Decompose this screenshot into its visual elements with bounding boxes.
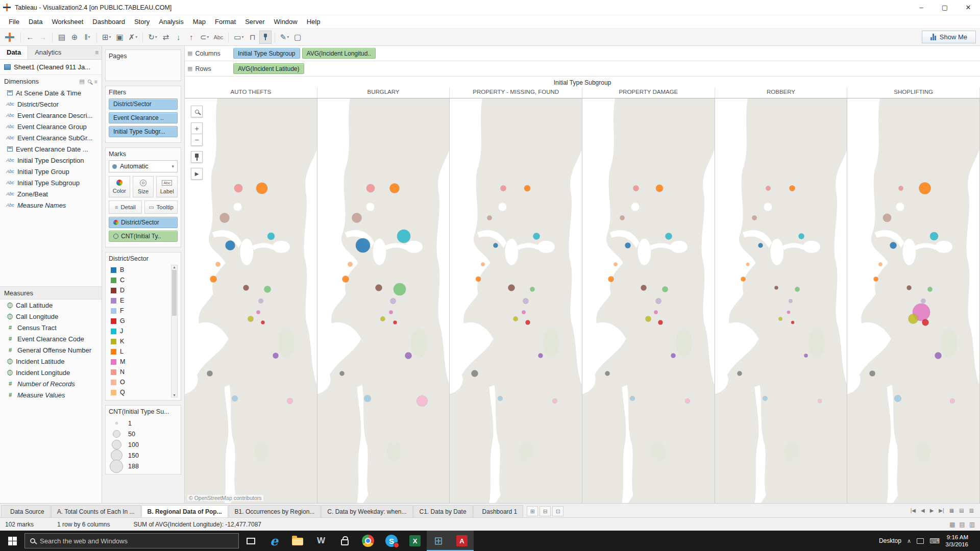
tab-data[interactable]: Data xyxy=(0,46,28,59)
taskbar-search[interactable] xyxy=(24,533,239,548)
close-button[interactable]: ✕ xyxy=(957,0,980,15)
dimension-field[interactable]: Zone/Beat xyxy=(0,188,102,199)
shelf-pill[interactable]: AVG(Incident Longitud.. xyxy=(302,48,376,59)
acrobat-icon[interactable]: A xyxy=(450,531,474,551)
menu-item[interactable]: Map xyxy=(188,16,210,28)
map-mark[interactable] xyxy=(883,214,891,222)
map-mark[interactable] xyxy=(375,285,382,291)
map-mark[interactable] xyxy=(493,243,498,247)
map-mark[interactable] xyxy=(273,353,278,359)
map-mark[interactable] xyxy=(921,298,926,303)
menu-item[interactable]: Analysis xyxy=(154,16,188,28)
pin-icon[interactable] xyxy=(259,31,272,44)
measure-field[interactable]: Call Longitude xyxy=(0,311,102,322)
file-explorer-icon[interactable] xyxy=(286,531,309,551)
map-mark[interactable] xyxy=(522,310,525,314)
map-mark[interactable] xyxy=(741,277,746,282)
sort-descending-icon[interactable]: ↑ xyxy=(185,31,198,44)
map-mark[interactable] xyxy=(215,262,220,267)
tooltip-button[interactable]: ▭ Tooltip xyxy=(144,201,178,214)
fit-dropdown[interactable]: ▭▾ xyxy=(232,31,246,44)
map-search-button[interactable] xyxy=(191,106,203,117)
sheet-tab[interactable]: A. Total Counts of Each In ... xyxy=(51,505,141,517)
color-legend-item[interactable]: K xyxy=(109,336,171,346)
new-story-icon[interactable]: ⊡ xyxy=(552,506,564,516)
taskbar-clock[interactable]: 9:16 AM 3/3/2016 xyxy=(945,534,970,548)
map-panel-property-missing-found[interactable] xyxy=(450,98,582,503)
search-input[interactable] xyxy=(40,537,233,545)
map-mark[interactable] xyxy=(248,316,253,322)
map-mark[interactable] xyxy=(908,314,918,324)
color-legend-item[interactable]: N xyxy=(109,367,171,377)
swap-axes-icon[interactable]: ⇄ xyxy=(160,31,172,44)
measure-field[interactable]: Incident Latitude xyxy=(0,356,102,367)
map-mark[interactable] xyxy=(552,399,557,404)
measure-field[interactable]: Call Latitude xyxy=(0,299,102,311)
marks-pill[interactable]: CNT(Initial Ty.. xyxy=(109,231,178,242)
map-mark[interactable] xyxy=(654,310,658,314)
map-mark[interactable] xyxy=(258,298,263,303)
sheet-tab[interactable]: Data Source xyxy=(1,505,51,517)
color-button[interactable]: Color xyxy=(109,176,130,197)
map-mark[interactable] xyxy=(257,310,260,314)
dimension-field[interactable]: Measure Names xyxy=(0,199,102,211)
sheet-tab[interactable]: Dashboard 1 xyxy=(473,505,524,517)
map-mark[interactable] xyxy=(625,242,631,248)
filter-pill[interactable]: Event Clearance .. xyxy=(109,112,178,123)
pane-splitter[interactable] xyxy=(0,211,102,286)
map-mark[interactable] xyxy=(950,399,955,404)
filter-pill[interactable]: Initial Type Subgr... xyxy=(109,126,178,137)
map-mark[interactable] xyxy=(210,276,216,283)
color-legend-item[interactable]: E xyxy=(109,295,171,306)
skype-icon[interactable]: S xyxy=(380,531,403,551)
map-mark[interactable] xyxy=(538,354,543,358)
tableau-icon[interactable]: ⊞ xyxy=(427,531,450,551)
map-mark[interactable] xyxy=(394,283,406,295)
map-mark[interactable] xyxy=(789,299,793,303)
zoom-in-button[interactable]: + xyxy=(191,122,203,134)
map-mark[interactable] xyxy=(790,186,795,191)
first-tab-icon[interactable]: |◀ xyxy=(909,507,918,514)
sheet-tab[interactable]: B1. Occurrences by Region... xyxy=(229,505,321,517)
edge-icon[interactable]: e xyxy=(262,531,286,551)
scroll-thumb[interactable] xyxy=(172,270,177,316)
measure-field[interactable]: Event Clearance Code xyxy=(0,333,102,344)
menu-item[interactable]: Data xyxy=(24,16,47,28)
label-button[interactable]: Label xyxy=(156,176,178,197)
measure-field[interactable]: Census Tract xyxy=(0,322,102,333)
color-legend-item[interactable]: M xyxy=(109,357,171,367)
rows-shelf[interactable]: ▦Rows AVG(Incident Latitude) xyxy=(185,61,980,77)
map-mark[interactable] xyxy=(930,232,938,240)
dimension-field[interactable]: Initial Type Description xyxy=(0,155,102,166)
map-mark[interactable] xyxy=(804,354,807,358)
sheet-tab[interactable]: C. Data by Weekday: when... xyxy=(321,505,412,517)
group-members-icon[interactable]: ⊂▾ xyxy=(198,31,211,44)
map-mark[interactable] xyxy=(234,184,242,192)
show-filmstrip-icon[interactable]: ▤ xyxy=(957,507,966,514)
menu-item[interactable]: Format xyxy=(210,16,240,28)
menu-item[interactable]: Story xyxy=(130,16,154,28)
map-mark[interactable] xyxy=(397,230,410,243)
map-mark[interactable] xyxy=(645,316,651,322)
map-mark[interactable] xyxy=(746,263,749,266)
format-pen-icon[interactable]: ✎▾ xyxy=(278,31,291,44)
map-mark[interactable] xyxy=(685,399,690,404)
map-mark[interactable] xyxy=(487,215,492,220)
dimension-field[interactable]: Initial Type Group xyxy=(0,166,102,177)
shelf-pill[interactable]: Initial Type Subgroup xyxy=(233,48,300,59)
redo-icon[interactable]: → xyxy=(37,31,49,44)
map-mark[interactable] xyxy=(758,243,763,247)
show-sheet-sorter-icon[interactable]: ▦ xyxy=(947,507,956,514)
datasource-row[interactable]: Sheet1 (Cleaned 911 Ja... xyxy=(0,60,102,75)
map-mark[interactable] xyxy=(256,183,267,194)
pause-updates-icon[interactable]: ‖▾ xyxy=(81,31,93,44)
map-mark[interactable] xyxy=(381,317,385,321)
map-mark[interactable] xyxy=(766,186,771,191)
fields-sort-icon[interactable]: ≡ xyxy=(94,79,97,85)
map-mark[interactable] xyxy=(641,285,647,291)
map-mark[interactable] xyxy=(267,233,275,240)
clear-sheet-icon[interactable]: ✗▾ xyxy=(127,31,140,44)
map-mark[interactable] xyxy=(508,285,514,291)
fields-view-icon[interactable]: ▤ xyxy=(79,78,84,85)
fix-axes-icon[interactable]: ⊓ xyxy=(247,31,259,44)
